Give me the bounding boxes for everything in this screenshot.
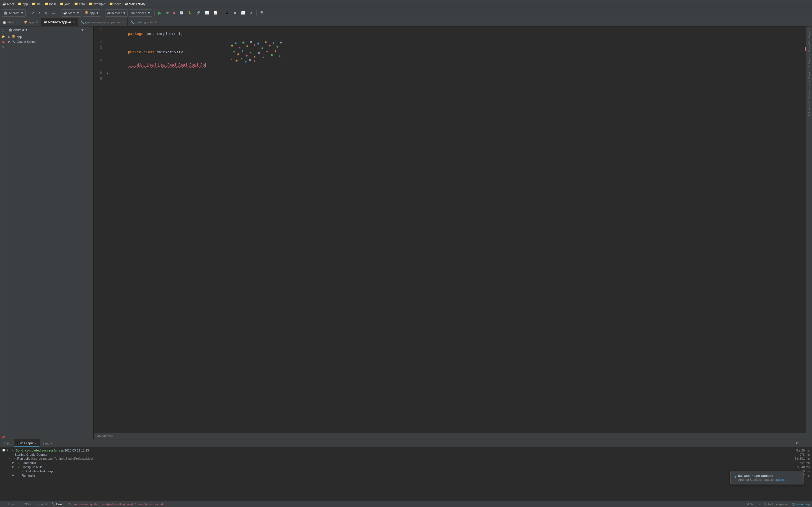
- bottom-tab-bar: Build: Build Output × Sync × ⚙ —: [0, 439, 812, 447]
- tab-gradle-wrapper-close[interactable]: ×: [123, 20, 124, 24]
- code-line-6: 6: [94, 77, 806, 82]
- favorites-label[interactable]: 2: Favorites: [808, 54, 811, 67]
- build-item-4-expand[interactable]: ▶: [12, 465, 16, 468]
- build-item-6-check: ✓: [17, 474, 20, 477]
- device-dropdown[interactable]: No devices ▼: [129, 9, 152, 17]
- app-dropdown[interactable]: 📦 app ▼: [83, 9, 101, 17]
- project-view-dropdown[interactable]: 🤖 Android ▼: [8, 28, 28, 32]
- code-line-1: 1 package com.example.meet;: [94, 27, 806, 40]
- build-item-2-expand[interactable]: ▼: [8, 457, 11, 460]
- java-folder-icon: 📁: [60, 2, 64, 6]
- sync-gradle-button[interactable]: 🔄: [178, 10, 185, 15]
- run-button[interactable]: ▶: [156, 9, 163, 16]
- line-ending[interactable]: LF: [757, 503, 760, 506]
- layout-captures-label[interactable]: Layout Captures: [808, 69, 811, 87]
- build-item-3: ▶ ✓ Load build 564 ms: [2, 461, 810, 465]
- run-config-dropdown[interactable]: All in Meet ▼: [105, 9, 128, 17]
- build-item-6: ▶ ✓ Run tasks 307 ms: [2, 473, 810, 478]
- gradle-sync-button[interactable]: ≡: [37, 10, 42, 15]
- structure-label[interactable]: Structure: [808, 89, 811, 100]
- cursor-position[interactable]: 4:32: [748, 503, 753, 506]
- build-item-6-expand[interactable]: ▶: [12, 474, 16, 476]
- project-tree: ▶ 📦 app ▶ 🔧 Gradle Scripts: [6, 33, 93, 439]
- rerun-button[interactable]: ⟳: [164, 10, 170, 15]
- tab-app-close[interactable]: ×: [36, 20, 38, 24]
- cog-settings[interactable]: ⚙: [80, 28, 85, 32]
- status-bar-tabs: 6: Logcat TODO Terminal 🔨 Build: [2, 502, 65, 506]
- tree-item-app[interactable]: ▶ 📦 app: [6, 34, 93, 39]
- event-log-link[interactable]: ⓵ Event Log: [792, 503, 810, 506]
- meet-tab-file-icon: ☕: [3, 20, 6, 24]
- build-item-5-check: ✓: [22, 469, 24, 473]
- tree-item-gradle-scripts[interactable]: ▶ 🔧 Gradle Scripts: [6, 39, 93, 44]
- build-output-panel: 🔄 ▼ ✓ Build: completed successfully at 2…: [0, 447, 812, 501]
- indent-info[interactable]: 4 spaces: [776, 503, 788, 506]
- bottom-tab-build-output[interactable]: Build Output ×: [14, 439, 40, 447]
- tab-mainactivity-close[interactable]: ×: [73, 20, 75, 23]
- left-icon-1[interactable]: 1: [2, 28, 4, 33]
- ide-update-popup: ℹ IDE and Plugin Updates Android Studio …: [730, 471, 804, 485]
- status-build[interactable]: 🔨 Build: [49, 502, 65, 506]
- popup-update-link[interactable]: update: [774, 478, 784, 482]
- tab-config-gradle-close[interactable]: ×: [155, 20, 157, 24]
- title-breadcrumb: ☕ Meet › 📁 app › 📁 src › 📁 main › 📁 java…: [2, 2, 145, 6]
- tab-meet[interactable]: ☕ Meet ×: [0, 18, 21, 26]
- sdk-button[interactable]: 🛠: [232, 10, 238, 15]
- device-files-explorer-label[interactable]: Device Files Explorer: [808, 28, 811, 52]
- build-item-0-expand[interactable]: ▼: [6, 449, 10, 452]
- tab-gradle-wrapper[interactable]: 🔧 gradle-wrapper.properties ×: [78, 18, 128, 26]
- left-icon-4[interactable]: 📌: [1, 436, 5, 439]
- left-icon-project[interactable]: 📂: [1, 35, 5, 38]
- editor-tab-bar: ☕ Meet × 📦 app × ☕ MainActivity.java × 🔧…: [0, 18, 812, 26]
- status-terminal[interactable]: Terminal: [33, 503, 49, 506]
- stop-button[interactable]: ■: [171, 10, 177, 15]
- code-line-2: 2: [94, 40, 806, 46]
- editor-area: 1 package com.example.meet; 2 3 public c…: [94, 26, 806, 439]
- settings-button[interactable]: ⚙: [43, 10, 49, 15]
- sync-button[interactable]: ⟳: [30, 10, 36, 15]
- status-logcat[interactable]: 6: Logcat: [2, 503, 19, 506]
- build-minimize-btn[interactable]: —: [802, 441, 809, 446]
- minimize-button[interactable]: —: [50, 10, 57, 15]
- profiler-btn[interactable]: 📉: [239, 10, 247, 15]
- search-everywhere-button[interactable]: 🔍: [259, 10, 266, 15]
- android-dropdown[interactable]: 🤖 Android ▼: [2, 9, 26, 17]
- meet-dropdown[interactable]: ☕ Meet ▼: [61, 9, 81, 17]
- attach-debugger[interactable]: 🔗: [195, 10, 202, 15]
- app-folder-icon: 📁: [18, 2, 22, 6]
- popup-title: IDE and Plugin Updates: [738, 474, 786, 477]
- tab-mainactivity[interactable]: ☕ MainActivity.java ×: [41, 18, 78, 26]
- charset[interactable]: UTF-8: [764, 503, 772, 506]
- tab-app[interactable]: 📦 app ×: [21, 18, 41, 26]
- debug-button[interactable]: 🐛: [186, 10, 194, 15]
- config-gradle-icon: 🔧: [131, 20, 134, 24]
- left-icon-3[interactable]: ⚙: [2, 46, 4, 49]
- build-variants-label[interactable]: Build Variants: [808, 101, 811, 117]
- popup-info-icon: ℹ: [734, 474, 736, 478]
- project-hide[interactable]: —: [86, 28, 91, 32]
- tab-config-gradle[interactable]: 🔧 config.gradle ×: [128, 18, 160, 26]
- tab-meet-close[interactable]: ×: [16, 20, 18, 24]
- status-todo[interactable]: TODO: [19, 503, 33, 506]
- bottom-tab-actions: ⚙ —: [792, 441, 811, 446]
- code-editor[interactable]: 1 package com.example.meet; 2 3 public c…: [94, 26, 806, 433]
- android-icon: 🤖: [4, 11, 8, 15]
- bottom-tab-sync[interactable]: Sync ×: [40, 439, 56, 447]
- build-item-3-expand[interactable]: ▶: [12, 461, 16, 464]
- avd-button[interactable]: 📱: [223, 10, 231, 15]
- build-item-2-check: ✓: [13, 457, 15, 460]
- left-icon-2[interactable]: 🔖: [1, 40, 5, 43]
- code-line-4: 4 djsadjsaldjsadlsajdlsajdlasjdla: [94, 59, 806, 71]
- sync-tab-close[interactable]: ×: [50, 442, 52, 445]
- build-settings-btn[interactable]: ⚙: [794, 441, 801, 446]
- coverage-button[interactable]: 📊: [203, 10, 211, 15]
- right-sidebar-icons: Device Files Explorer 2: Favorites Layou…: [806, 26, 812, 439]
- device-file-explorer-btn[interactable]: 🗂: [248, 10, 254, 15]
- build-reload-icon[interactable]: 🔄: [2, 449, 4, 452]
- gradle-folder-icon: 🔧: [11, 40, 15, 43]
- status-bar-right: 4:32 LF UTF-8 4 spaces ⓵ Event Log: [748, 503, 810, 506]
- profile-button[interactable]: 📈: [212, 10, 219, 15]
- build-output-tab-close[interactable]: ×: [35, 441, 36, 445]
- run-config-arrow: ▼: [123, 11, 126, 15]
- build-item-0: 🔄 ▼ ✓ Build: completed successfully at 2…: [2, 448, 810, 453]
